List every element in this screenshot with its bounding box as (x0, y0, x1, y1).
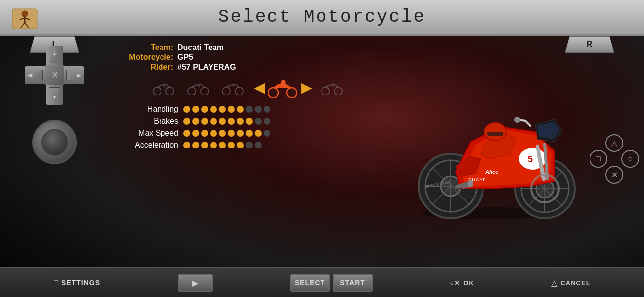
stat-dot-filled (201, 118, 208, 125)
stat-dot-filled (228, 118, 235, 125)
next-arrow-icon[interactable]: ▶ (301, 80, 311, 96)
stat-dot-empty (264, 118, 270, 125)
prev-arrow-icon[interactable]: ◀ (254, 80, 264, 96)
stat-dot-empty (255, 142, 262, 148)
team-row: Team: Ducati Team (119, 43, 376, 52)
page-title: Select Motorcycle (218, 7, 426, 27)
stat-label-1: Brakes (119, 117, 178, 126)
stat-dot-empty (246, 106, 253, 113)
stat-dot-filled (201, 130, 208, 137)
analog-stick[interactable] (32, 120, 77, 164)
stat-label-2: Max Speed (119, 129, 178, 138)
dpad-x-icon: ✕ (51, 70, 58, 81)
triangle-button[interactable]: △ (605, 134, 623, 152)
play-button[interactable]: ▶ (178, 274, 213, 292)
stat-dot-filled (237, 130, 244, 137)
stat-dot-filled (192, 118, 199, 125)
rider-row: Rider: #57 PLAYERAG (119, 63, 376, 72)
stat-dot-filled (201, 142, 208, 148)
stat-dot-filled (183, 142, 190, 148)
svg-point-10 (188, 87, 196, 95)
circle-button[interactable]: ○ (621, 150, 639, 168)
stat-dot-filled (183, 130, 190, 137)
stat-dot-filled (192, 106, 199, 113)
svg-point-8 (166, 87, 174, 95)
stat-dot-empty (264, 106, 270, 113)
stat-dot-filled (237, 118, 244, 125)
bike-thumb-4[interactable] (319, 79, 346, 97)
bike-thumb-1[interactable] (150, 79, 177, 97)
face-buttons: △ □ ○ ✕ (590, 134, 639, 184)
active-bike-selector[interactable]: ◀ ▶ (254, 78, 311, 98)
team-label: Team: (119, 43, 173, 52)
stat-dot-filled (237, 106, 244, 113)
stat-dot-filled (210, 142, 217, 148)
stat-dots-3 (183, 142, 262, 148)
svg-text:Alice: Alice (485, 169, 498, 175)
stat-dot-filled (228, 142, 235, 148)
stat-label-3: Acceleration (119, 141, 178, 149)
stat-dot-filled (210, 118, 217, 125)
svg-point-43 (514, 117, 520, 123)
stat-dot-filled (219, 106, 226, 113)
play-icon: ▶ (192, 278, 198, 288)
motorcycle-display: 5 Alice DUCATI (391, 77, 580, 226)
left-controls: ▲ ▼ ◀ ▶ ✕ (0, 36, 109, 267)
svg-point-17 (287, 88, 297, 98)
cross-button[interactable]: ✕ (605, 166, 623, 184)
svg-text:5: 5 (528, 154, 533, 164)
svg-point-14 (235, 87, 243, 95)
stat-dot-empty (264, 130, 270, 137)
stat-label-0: Handling (119, 105, 178, 114)
main-area: ▲ ▼ ◀ ▶ ✕ Team: Ducati Team (0, 36, 644, 267)
settings-button[interactable]: □ SETTINGS (54, 278, 100, 287)
stat-dot-filled (219, 130, 226, 137)
motorcycle-label: Motorcycle: (119, 53, 173, 62)
svg-point-20 (322, 87, 329, 95)
select-button[interactable]: SELECT (290, 274, 330, 292)
team-value: Ducati Team (177, 43, 224, 52)
dpad-center: ✕ (45, 65, 64, 85)
stat-dot-filled (228, 130, 235, 137)
bike-selector: ◀ ▶ (119, 78, 376, 98)
svg-point-11 (201, 87, 209, 95)
svg-text:DUCATI: DUCATI (468, 177, 487, 182)
svg-point-1 (22, 11, 28, 17)
dpad[interactable]: ▲ ▼ ◀ ▶ ✕ (25, 46, 84, 105)
settings-label: SETTINGS (61, 279, 100, 287)
stat-dot-empty (255, 106, 262, 113)
stat-row-2: Max Speed (119, 129, 376, 138)
bike-info: Team: Ducati Team Motorcycle: GP5 Rider:… (119, 43, 376, 73)
bike-thumb-2[interactable] (185, 79, 212, 97)
svg-point-7 (153, 87, 161, 95)
stat-dot-empty (246, 142, 253, 148)
cancel-icon: △ (551, 278, 557, 288)
motorcycle-value: GP5 (177, 53, 193, 62)
stat-row-0: Handling (119, 105, 376, 114)
stat-dot-filled (237, 142, 244, 148)
bottom-bar: □ SETTINGS ▶ SELECT START ○✕ OK △ CANCEL (0, 267, 644, 297)
stat-dot-filled (219, 142, 226, 148)
svg-point-16 (268, 88, 278, 98)
ok-label: OK (463, 279, 474, 287)
bike-thumb-3[interactable] (219, 79, 247, 97)
start-label: START (340, 279, 365, 287)
stat-dot-empty (255, 118, 262, 125)
stat-dot-filled (255, 130, 262, 137)
stat-dot-filled (201, 106, 208, 113)
square-button[interactable]: □ (590, 150, 607, 168)
stat-dot-filled (192, 142, 199, 148)
stat-row-1: Brakes (119, 117, 376, 126)
settings-icon: □ (54, 278, 58, 287)
stat-dot-filled (246, 130, 253, 137)
stat-dots-0 (183, 106, 270, 113)
stat-dot-filled (228, 106, 235, 113)
start-button[interactable]: START (333, 274, 373, 292)
analog-inner (41, 129, 68, 156)
cancel-hint[interactable]: △ CANCEL (551, 278, 590, 288)
rider-label: Rider: (119, 63, 173, 72)
stat-dot-filled (183, 118, 190, 125)
stats-panel: HandlingBrakesMax SpeedAcceleration (119, 105, 376, 149)
right-controls: △ □ ○ ✕ (585, 36, 644, 267)
stat-dot-filled (192, 130, 199, 137)
